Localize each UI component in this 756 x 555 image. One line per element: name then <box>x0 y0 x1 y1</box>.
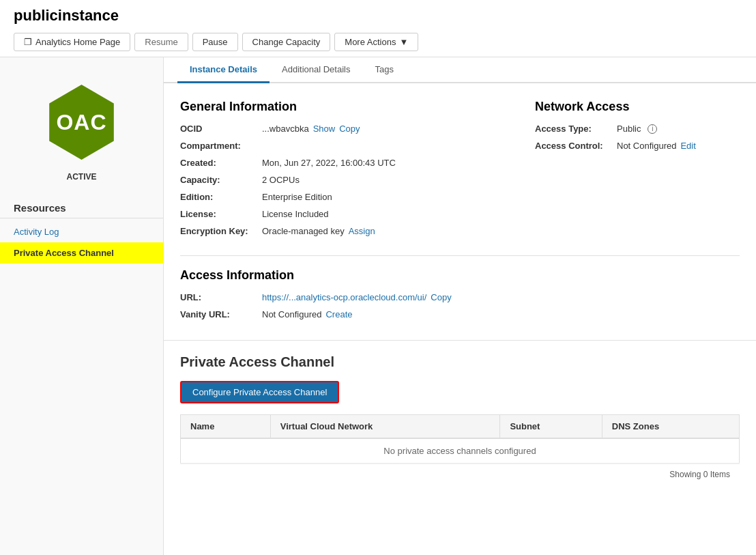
pac-empty-message: No private access channels configured <box>181 438 740 464</box>
url-copy-link[interactable]: Copy <box>431 292 451 302</box>
created-label: Created: <box>180 158 262 168</box>
url-link[interactable]: https://...analytics-ocp.oraclecloud.com… <box>262 292 426 302</box>
pac-table: Name Virtual Cloud Network Subnet DNS Zo… <box>180 414 740 464</box>
capacity-row: Capacity: 2 OCPUs <box>180 175 494 185</box>
pac-table-header-row: Name Virtual Cloud Network Subnet DNS Zo… <box>181 415 740 439</box>
access-control-row: Access Control: Not Configured Edit <box>535 141 740 151</box>
oac-logo-container: OAC ACTIVE <box>0 71 163 195</box>
showing-label: Showing 0 Items <box>180 464 740 485</box>
configure-private-access-channel-button[interactable]: Configure Private Access Channel <box>180 381 339 403</box>
col-header-subnet: Subnet <box>500 415 602 439</box>
vanity-url-label: Vanity URL: <box>180 309 262 319</box>
created-row: Created: Mon, Jun 27, 2022, 16:00:43 UTC <box>180 158 494 168</box>
access-type-row: Access Type: Public i <box>535 124 740 134</box>
edition-row: Edition: Enterprise Edition <box>180 192 494 202</box>
private-access-channel-section: Private Access Channel Configure Private… <box>164 340 756 498</box>
col-header-vcn: Virtual Cloud Network <box>270 415 500 439</box>
license-label: License: <box>180 209 262 219</box>
pac-table-head: Name Virtual Cloud Network Subnet DNS Zo… <box>181 415 740 439</box>
oac-hexagon: OAC <box>38 78 126 167</box>
tab-additional-details[interactable]: Additional Details <box>270 57 362 83</box>
tab-tags[interactable]: Tags <box>362 57 405 83</box>
ocid-row: OCID ...wbavcbka Show Copy <box>180 124 494 134</box>
edition-label: Edition: <box>180 192 262 202</box>
tab-content-instance-details: General Information OCID ...wbavcbka Sho… <box>164 83 756 340</box>
status-badge: ACTIVE <box>66 172 96 182</box>
compartment-row: Compartment: <box>180 141 494 151</box>
ocid-value: ...wbavcbka Show Copy <box>262 124 360 134</box>
col-header-name: Name <box>181 415 271 439</box>
info-grid: General Information OCID ...wbavcbka Sho… <box>180 97 740 243</box>
ocid-label: OCID <box>180 124 262 134</box>
resources-section-title: Resources <box>0 195 163 218</box>
analytics-home-page-button[interactable]: ❐ Analytics Home Page <box>14 33 130 51</box>
access-control-value: Not Configured Edit <box>617 141 696 151</box>
chevron-down-icon: ▼ <box>399 37 408 47</box>
tabs-bar: Instance Details Additional Details Tags <box>164 57 756 83</box>
tab-instance-details[interactable]: Instance Details <box>177 57 270 83</box>
main-layout: OAC ACTIVE Resources Activity Log Privat… <box>0 57 756 555</box>
vanity-url-row: Vanity URL: Not Configured Create <box>180 309 740 319</box>
sidebar-item-private-access-channel[interactable]: Private Access Channel <box>0 242 163 264</box>
pac-table-empty-row: No private access channels configured <box>181 438 740 464</box>
header-area: publicinstance ❐ Analytics Home Page Res… <box>0 0 756 57</box>
access-control-label: Access Control: <box>535 141 617 151</box>
network-access-title: Network Access <box>535 100 740 114</box>
pac-table-body: No private access channels configured <box>181 438 740 464</box>
network-access-column: Network Access Access Type: Public i Acc… <box>535 97 740 243</box>
ocid-show-link[interactable]: Show <box>313 124 336 134</box>
assign-link[interactable]: Assign <box>349 226 375 236</box>
col-header-dns-zones: DNS Zones <box>602 415 739 439</box>
create-link[interactable]: Create <box>325 309 352 319</box>
url-value: https://...analytics-ocp.oraclecloud.com… <box>262 292 452 302</box>
edition-value: Enterprise Edition <box>262 192 332 202</box>
vanity-url-value: Not Configured Create <box>262 309 352 319</box>
general-info-column: General Information OCID ...wbavcbka Sho… <box>180 97 494 243</box>
change-capacity-button[interactable]: Change Capacity <box>242 33 331 51</box>
resume-button[interactable]: Resume <box>134 33 188 51</box>
general-info-title: General Information <box>180 100 494 114</box>
capacity-label: Capacity: <box>180 175 262 185</box>
url-row: URL: https://...analytics-ocp.oracleclou… <box>180 292 740 302</box>
encryption-value: Oracle-managed key Assign <box>262 226 375 236</box>
page-container: publicinstance ❐ Analytics Home Page Res… <box>0 0 756 555</box>
encryption-row: Encryption Key: Oracle-managed key Assig… <box>180 226 494 236</box>
more-actions-button[interactable]: More Actions ▼ <box>334 33 418 51</box>
compartment-label: Compartment: <box>180 141 262 151</box>
instance-title: publicinstance <box>14 7 742 25</box>
external-link-icon: ❐ <box>24 37 32 47</box>
action-buttons: ❐ Analytics Home Page Resume Pause Chang… <box>14 33 742 51</box>
capacity-value: 2 OCPUs <box>262 175 300 185</box>
pac-title: Private Access Channel <box>180 354 740 370</box>
info-icon[interactable]: i <box>648 124 657 134</box>
ocid-copy-link[interactable]: Copy <box>339 124 360 134</box>
content-area: Instance Details Additional Details Tags… <box>164 57 756 555</box>
license-value: License Included <box>262 209 329 219</box>
sidebar: OAC ACTIVE Resources Activity Log Privat… <box>0 57 164 555</box>
url-label: URL: <box>180 292 262 302</box>
oac-logo-text: OAC <box>56 110 106 135</box>
pause-button[interactable]: Pause <box>192 33 238 51</box>
created-value: Mon, Jun 27, 2022, 16:00:43 UTC <box>262 158 396 168</box>
access-type-value: Public i <box>617 124 657 134</box>
license-row: License: License Included <box>180 209 494 219</box>
edit-link[interactable]: Edit <box>680 141 695 151</box>
sidebar-item-activity-log[interactable]: Activity Log <box>0 221 163 242</box>
access-info-title: Access Information <box>180 268 740 283</box>
access-type-label: Access Type: <box>535 124 617 134</box>
section-divider <box>180 255 740 256</box>
encryption-label: Encryption Key: <box>180 226 262 236</box>
